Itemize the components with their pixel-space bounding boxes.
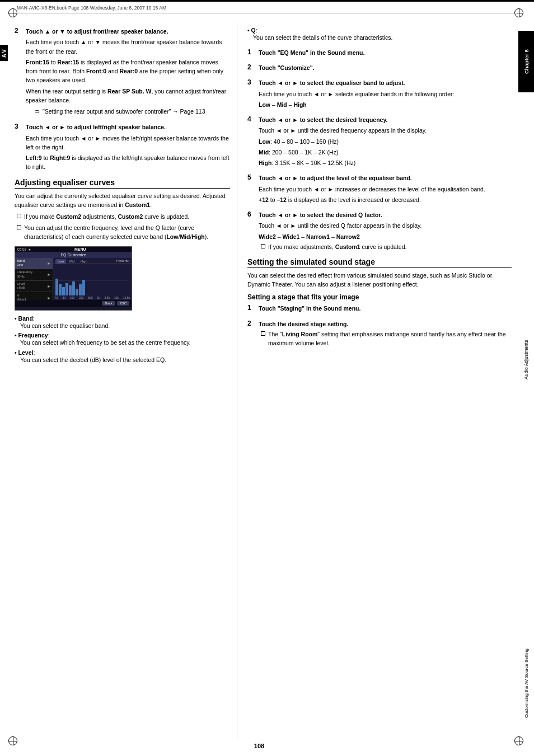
bullet-square-6 <box>261 244 265 248</box>
note-text: "Setting the rear output and subwoofer c… <box>43 107 205 116</box>
stage-intro: You can select the desired effect from v… <box>247 271 512 289</box>
step-5-right-body2: +12 to –12 is displayed as the level is … <box>259 195 485 204</box>
stage-section: Setting the simulated sound stage You ca… <box>247 257 512 348</box>
step-3-right-number: 3 <box>247 78 256 111</box>
band-desc: You can select the equaliser band. <box>15 322 230 331</box>
step-3-left: 3 Touch ◄ or ► to adjust left/right spea… <box>15 123 230 173</box>
tab-low: Low <box>55 259 66 264</box>
screen-top-bar: 05:02 ◄ MENU <box>15 247 132 252</box>
screen-body: BandLow ► Frequency80Hz ► Level+8dB ► <box>15 258 132 300</box>
step-4-right-number: 4 <box>247 115 256 169</box>
step-4-right-body1: Touch ◄ or ► until the desired frequency… <box>259 126 427 135</box>
step-2-content: Touch ▲ or ▼ to adjust front/rear speake… <box>26 27 230 118</box>
menu-item-freq-arrow: ► <box>47 273 51 276</box>
step-3-right-body1: Each time you touch ◄ or ► selects equal… <box>259 90 454 98</box>
eq-bar-6 <box>72 281 75 295</box>
step-2-right-content: Touch "Customize". <box>259 63 315 74</box>
freq-label-100: 100 <box>70 296 74 299</box>
av-sidebar-label: AV <box>0 45 8 61</box>
freq-label-500: 500 <box>88 296 92 299</box>
step-4-mid: Mid: 200 – 500 – 1K – 2K (Hz) <box>259 148 427 157</box>
step-5-right-title: Touch ◄ or ► to adjust the level of the … <box>259 175 412 181</box>
menu-item-freq: Frequency80Hz ► <box>15 269 53 281</box>
stage-step-2-bullet: The "Living Room" setting that emphasise… <box>259 330 512 348</box>
screen-left-menu: BandLow ► Frequency80Hz ► Level+8dB ► <box>15 258 53 300</box>
stage-step-1-content: Touch "Staging" in the Sound menu. <box>259 304 360 314</box>
step-6-right-number: 6 <box>247 210 256 252</box>
eq-bar-3 <box>62 287 65 295</box>
eq-visualization <box>53 264 132 295</box>
step-4-low: Low: 40 – 80 – 100 – 160 (Hz) <box>259 137 427 146</box>
esc-button[interactable]: ESC <box>117 301 129 306</box>
stage-step-2: 2 Touch the desired stage setting. The "… <box>247 320 512 348</box>
q-desc: You can select the details of the curve … <box>247 34 512 43</box>
step-3-right-title: Touch ◄ or ► to select the equaliser ban… <box>259 79 405 86</box>
customising-label: Customising the AV Source Setting <box>522 627 531 739</box>
menu-item-level-label: Level+8dB <box>17 282 25 291</box>
step-2-title: Touch ▲ or ▼ to adjust front/rear speake… <box>26 28 168 35</box>
step-1-right-title: Touch "EQ Menu" in the Sound menu. <box>259 49 364 56</box>
step-3-body1: Each time you touch ◄ or ► moves the lef… <box>26 134 230 152</box>
step-5-right: 5 Touch ◄ or ► to adjust the level of th… <box>247 173 512 206</box>
eq-bar-5 <box>69 285 72 295</box>
screen-title-bar: EQ Customize <box>15 252 132 258</box>
stage-step-2-number: 2 <box>247 320 256 348</box>
left-column: 2 Touch ▲ or ▼ to adjust front/rear spea… <box>8 22 237 739</box>
step-3-content: Touch ◄ or ► to adjust left/right speake… <box>26 123 230 173</box>
menu-item-band: BandLow ► <box>15 258 53 270</box>
step-2-note: ⊃ "Setting the rear output and subwoofer… <box>35 107 230 116</box>
eq-bar-9 <box>82 280 85 295</box>
audio-adjustments-label: Audio Adjustments <box>521 92 531 627</box>
stage-step-2-bullet-text: The "Living Room" setting that emphasise… <box>268 330 512 348</box>
step-6-bullet: If you make adjustments, Custom1 curve i… <box>259 243 421 252</box>
step-2-right: 2 Touch "Customize". <box>247 63 512 74</box>
step-3-body2: Left:9 to Right:9 is displayed as the le… <box>26 153 230 172</box>
step-2-right-title: Touch "Customize". <box>259 64 315 71</box>
right-column: • Q: You can select the details of the c… <box>237 22 518 739</box>
step-4-right: 4 Touch ◄ or ► to select the desired fre… <box>247 115 512 169</box>
step-5-right-number: 5 <box>247 173 256 206</box>
step-2-body1: Each time you touch ▲ or ▼ moves the fro… <box>26 37 230 56</box>
screen-image: 05:02 ◄ MENU EQ Customize BandLow ► <box>15 246 132 311</box>
freq-label-3k: 3.5k <box>105 296 110 299</box>
freq-label-200: 200 <box>79 296 83 299</box>
freq-label-80: 80 <box>62 296 65 299</box>
freq-dot-label: • Frequency: <box>15 332 50 339</box>
main-content: 2 Touch ▲ or ▼ to adjust front/rear spea… <box>8 22 518 739</box>
stage-subsection-title: Setting a stage that fits your image <box>247 293 512 301</box>
screen-tabs: Low Mid High Powerful <box>53 258 132 264</box>
eq-bullet1: If you make Custom2 adjustments, Custom2… <box>15 213 230 222</box>
menu-item-q-arrow: ► <box>47 296 51 300</box>
bullet-square-2 <box>17 225 21 229</box>
eq-bullet2-text: You can adjust the centre frequency, lev… <box>24 224 230 242</box>
step-6-right: 6 Touch ◄ or ► to select the desired Q f… <box>247 210 512 252</box>
level-dot-label: • Level: <box>15 349 35 356</box>
eq-bar-8 <box>79 284 82 295</box>
menu-item-q-label: QWide1 <box>17 293 26 302</box>
back-button[interactable]: Back <box>102 301 115 306</box>
bullet-square-stage <box>261 331 265 336</box>
step-6-right-content: Touch ◄ or ► to select the desired Q fac… <box>259 210 421 252</box>
header-text: MAN-AVIC-X3-EN.book Page 108 Wednesday, … <box>17 5 166 11</box>
page-number: 108 <box>254 743 264 749</box>
step-2-body2: Front:15 to Rear:15 is displayed as the … <box>26 58 230 85</box>
screen-menu-label: MENU <box>74 247 86 251</box>
menu-item-band-arrow: ► <box>47 261 51 265</box>
eq-section: Adjusting equaliser curves You can adjus… <box>15 178 230 365</box>
bullet-square-1 <box>17 214 21 218</box>
menu-item-freq-label: Frequency80Hz <box>17 270 32 279</box>
step-3-title: Touch ◄ or ► to adjust left/right speake… <box>26 124 166 130</box>
freq-labels: 40 80 100 200 500 1k 3.5k 10k 12.5k <box>53 295 132 300</box>
step-1-right: 1 Touch "EQ Menu" in the Sound menu. <box>247 48 512 59</box>
page-footer: 108 <box>0 743 518 749</box>
eq-bar-4 <box>65 283 68 295</box>
step-4-right-content: Touch ◄ or ► to select the desired frequ… <box>259 115 427 169</box>
eq-bar-7 <box>76 289 78 295</box>
menu-item-level: Level+8dB ► <box>15 281 53 293</box>
level-section: • Level: You can select the decibel (dB)… <box>15 349 230 365</box>
step-3-right-content: Touch ◄ or ► to select the equaliser ban… <box>259 78 454 111</box>
menu-item-q: QWide1 ► <box>15 292 53 303</box>
level-desc: You can select the decibel (dB) level of… <box>15 356 230 365</box>
eq-section-title: Adjusting equaliser curves <box>15 178 230 189</box>
q-dot-label: • Q: <box>247 27 257 34</box>
